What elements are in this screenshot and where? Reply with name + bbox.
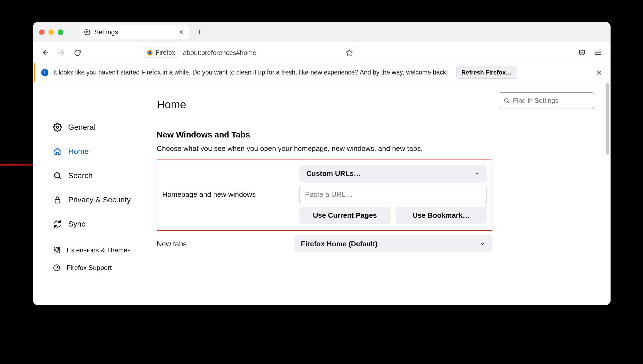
- section-description: Choose what you see when you open your h…: [157, 144, 492, 153]
- homepage-group-highlight: Custom URLs… Homepage and new windows Pa…: [157, 159, 492, 231]
- sidebar-item-home[interactable]: Home: [50, 142, 146, 161]
- sidebar-item-support[interactable]: Firefox Support: [50, 260, 146, 275]
- sidebar-item-label: Extensions & Themes: [67, 246, 131, 254]
- sidebar-item-label: Firefox Support: [67, 264, 112, 272]
- help-icon: [53, 264, 61, 272]
- search-placeholder: Find in Settings: [513, 97, 558, 104]
- sidebar-item-label: Search: [68, 171, 93, 180]
- sidebar-item-extensions[interactable]: Extensions & Themes: [50, 242, 146, 258]
- settings-sidebar: General Home Search Privacy & Security: [33, 82, 151, 305]
- tab-title: Settings: [94, 28, 118, 36]
- lock-icon: [53, 195, 62, 205]
- settings-main: Home New Windows and Tabs Choose what yo…: [151, 82, 514, 305]
- svg-line-8: [508, 102, 509, 103]
- newtabs-label: New tabs: [157, 240, 286, 248]
- dropdown-value: Custom URLs…: [306, 169, 361, 178]
- use-bookmark-button[interactable]: Use Bookmark…: [395, 207, 487, 224]
- scrollbar[interactable]: [606, 83, 609, 155]
- search-icon: [504, 98, 510, 104]
- sidebar-item-search[interactable]: Search: [50, 166, 146, 185]
- nav-toolbar: Firefox about:preferences#home: [33, 42, 611, 63]
- svg-point-0: [86, 31, 88, 33]
- sidebar-item-general[interactable]: General: [50, 118, 146, 137]
- homepage-label: Homepage and new windows: [162, 190, 292, 199]
- window-controls: [39, 29, 63, 35]
- tab-strip: Settings × +: [33, 22, 611, 42]
- info-icon: i: [41, 69, 48, 76]
- settings-search-input[interactable]: Find in Settings: [499, 92, 594, 109]
- refresh-firefox-button[interactable]: Refresh Firefox…: [456, 67, 517, 79]
- reload-button[interactable]: [72, 47, 83, 58]
- infobar-close-icon[interactable]: ×: [595, 67, 603, 78]
- bookmark-star-icon[interactable]: [345, 49, 353, 57]
- gear-icon: [84, 29, 90, 35]
- pocket-button[interactable]: [576, 47, 587, 58]
- sidebar-item-label: General: [68, 123, 96, 132]
- svg-line-11: [59, 177, 61, 179]
- sync-icon: [53, 219, 62, 229]
- minimize-window[interactable]: [48, 29, 54, 35]
- url-bar[interactable]: Firefox about:preferences#home: [140, 46, 356, 60]
- svg-rect-12: [55, 200, 60, 203]
- firefox-icon: [147, 50, 153, 56]
- puzzle-icon: [53, 246, 61, 254]
- home-icon: [53, 147, 62, 156]
- dropdown-value: Firefox Home (Default): [301, 240, 378, 248]
- search-icon: [53, 171, 62, 180]
- sidebar-item-sync[interactable]: Sync: [50, 214, 146, 234]
- infobar-message: It looks like you haven't started Firefo…: [53, 69, 448, 76]
- sidebar-item-label: Sync: [68, 220, 85, 228]
- section-title: New Windows and Tabs: [157, 130, 492, 139]
- gear-icon: [53, 123, 62, 132]
- tab-close-icon[interactable]: ×: [178, 28, 185, 37]
- svg-marker-3: [346, 49, 352, 56]
- svg-point-9: [56, 126, 59, 128]
- use-current-pages-button[interactable]: Use Current Pages: [299, 207, 391, 224]
- browser-window: Settings × + Firefox about:preferences#h…: [33, 22, 611, 305]
- tab-settings[interactable]: Settings ×: [79, 25, 189, 39]
- newtabs-dropdown[interactable]: Firefox Home (Default): [294, 235, 492, 252]
- chevron-down-icon: [480, 241, 485, 247]
- app-menu-button[interactable]: [592, 47, 603, 58]
- settings-content: Find in Settings General Home S: [33, 82, 611, 305]
- forward-button[interactable]: [56, 47, 67, 58]
- chevron-down-icon: [474, 171, 480, 176]
- homepage-url-input[interactable]: Paste a URL…: [299, 186, 487, 203]
- identity-label: Firefox: [156, 49, 175, 56]
- input-placeholder: Paste a URL…: [305, 190, 353, 199]
- svg-point-2: [149, 51, 152, 54]
- back-button[interactable]: [40, 47, 51, 58]
- svg-point-7: [505, 99, 508, 102]
- zoom-window[interactable]: [58, 29, 63, 35]
- svg-point-10: [54, 173, 60, 178]
- close-window[interactable]: [39, 29, 45, 35]
- identity-pill[interactable]: Firefox: [143, 48, 179, 58]
- sidebar-item-label: Privacy & Security: [68, 195, 131, 204]
- homepage-mode-dropdown[interactable]: Custom URLs…: [299, 165, 487, 182]
- sidebar-item-privacy[interactable]: Privacy & Security: [50, 190, 146, 209]
- refresh-infobar: i It looks like you haven't started Fire…: [33, 63, 611, 82]
- new-tab-button[interactable]: +: [194, 27, 205, 37]
- sidebar-item-label: Home: [68, 147, 89, 156]
- page-title: Home: [157, 98, 492, 111]
- url-text: about:preferences#home: [183, 49, 256, 57]
